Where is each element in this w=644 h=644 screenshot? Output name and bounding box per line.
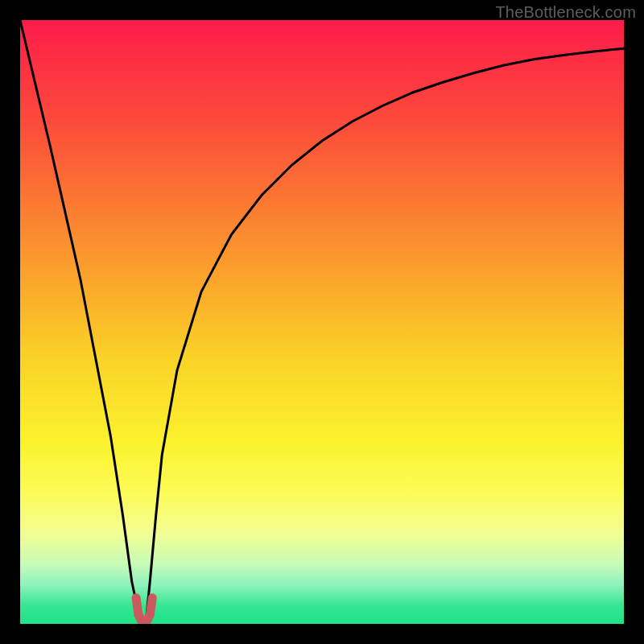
bottleneck-curve <box>20 20 624 624</box>
outer-frame: TheBottleneck.com <box>0 0 644 644</box>
watermark-text: TheBottleneck.com <box>495 3 636 22</box>
chart-lines <box>20 20 624 624</box>
marker-range <box>136 598 152 622</box>
plot-area <box>20 20 624 624</box>
